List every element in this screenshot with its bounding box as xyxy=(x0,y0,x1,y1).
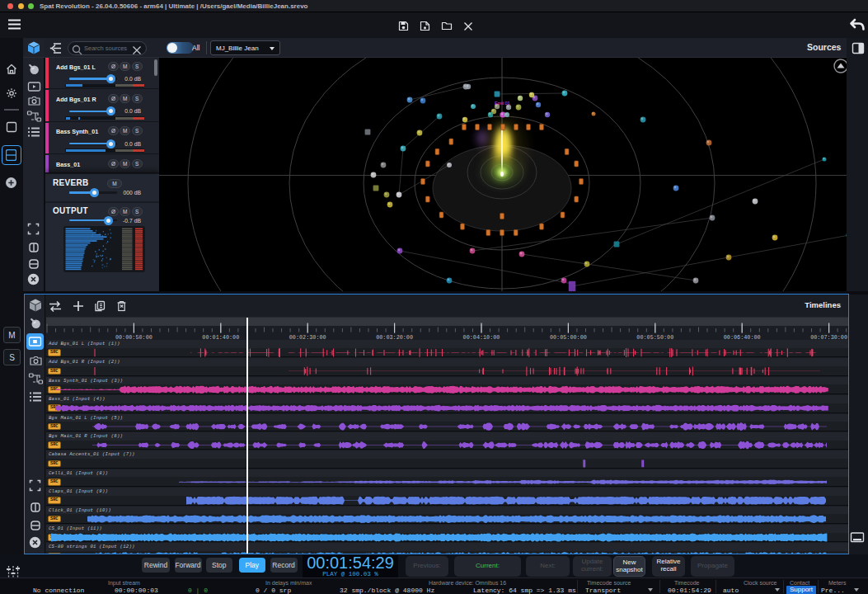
svg-text:00:06:40:00: 00:06:40:00 xyxy=(724,334,761,341)
svg-text:00:00:50:00: 00:00:50:00 xyxy=(115,334,152,341)
svg-text:Emit 01: Emit 01 xyxy=(495,101,510,106)
svg-text:00:04:10:00: 00:04:10:00 xyxy=(463,334,500,341)
svg-text:00:03:20:00: 00:03:20:00 xyxy=(376,334,413,341)
svg-text:00:05:50:00: 00:05:50:00 xyxy=(636,334,673,341)
svg-text:00:05:00:00: 00:05:00:00 xyxy=(550,334,587,341)
svg-text:00:01:40:00: 00:01:40:00 xyxy=(202,334,239,341)
svg-text:00:07:30:00: 00:07:30:00 xyxy=(810,334,847,341)
svg-text:00:02:30:00: 00:02:30:00 xyxy=(289,334,326,341)
